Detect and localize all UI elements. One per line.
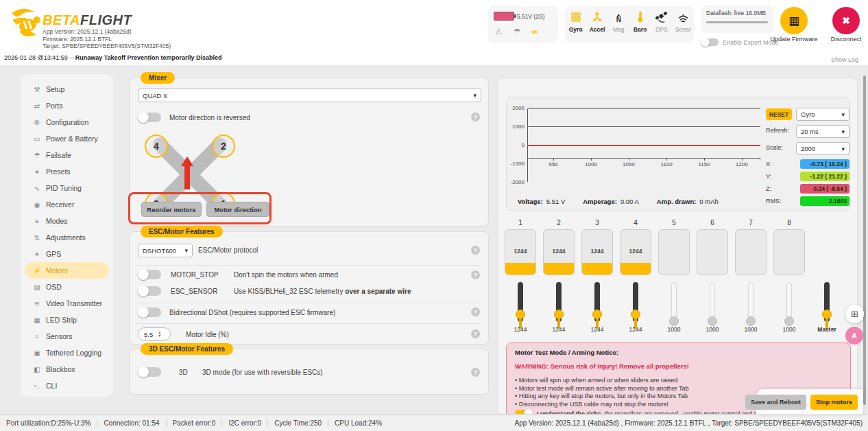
reset-button[interactable]: RESET <box>766 108 792 120</box>
betaflight-logo-icon <box>8 4 43 43</box>
motor-slider-7[interactable]: 1000 <box>735 282 767 325</box>
sensor-gyro: Gyro <box>566 10 586 33</box>
sidebar-item-ports[interactable]: ⇄Ports <box>25 97 109 114</box>
esc-protocol-label: ESC/Motor protocol <box>198 246 258 254</box>
vertical-scrollbar[interactable] <box>863 75 866 405</box>
sidebar-item-tethered-logging[interactable]: ▣Tethered Logging <box>25 345 109 361</box>
sidebar-item-osd[interactable]: ▤OSD <box>25 279 109 295</box>
esc-3d-section-title: 3D ESC/Motor Features <box>141 343 233 355</box>
i2c-error: I2C error:0 <box>222 419 268 427</box>
motor-slider-8[interactable]: 1000 <box>773 282 805 325</box>
gyro-plot: 950 1000 1050 1100 1150 1200 <box>527 108 760 182</box>
sidebar-item-failsafe[interactable]: ☂Failsafe <box>25 147 109 163</box>
motor-direction-button[interactable]: Motor direction <box>206 202 269 217</box>
bidirectional-dshot-toggle[interactable] <box>138 307 161 317</box>
motor-position-2: 2 <box>212 135 235 158</box>
motor-slider-3[interactable]: 1244 <box>581 282 613 325</box>
motor-number: 1 <box>505 219 536 226</box>
target-name: Target: SPBE/SPEEDYBEEF405V5(STM32F405) <box>43 43 171 50</box>
y-tick: -1000 <box>508 161 525 167</box>
motor-slider-4[interactable]: 1244 <box>620 282 651 325</box>
sensor-status-box: Gyro Accel ▲N Mag <box>565 6 694 43</box>
translate-button[interactable]: A <box>845 327 863 345</box>
help-icon[interactable]: ? <box>471 307 480 316</box>
disconnect-button[interactable]: ✖ <box>832 7 860 34</box>
3d-mode-toggle[interactable] <box>138 367 161 377</box>
amperage-value: 0.00 A <box>620 198 639 205</box>
tune-icon: ∿ <box>32 185 43 192</box>
extension-grid-button[interactable]: ⊞ <box>845 305 864 323</box>
app-title: BETAFLIGHT <box>43 12 171 28</box>
spinner-icon[interactable]: ▴▾ <box>158 331 160 338</box>
app-version: App Version: 2025.12.1 (4aba25d) <box>43 28 171 36</box>
motor-stop-toggle[interactable] <box>138 270 161 279</box>
mixer-select[interactable]: QUAD X ▾ <box>138 89 481 102</box>
esc-protocol-select[interactable]: DSHOT600 ▾ <box>138 244 193 257</box>
motor-idle-input[interactable]: 5.5 ▴▾ <box>138 327 171 341</box>
esc-motor-features-panel: ESC/Motor Features DSHOT600 ▾ ESC/Motor … <box>129 231 489 345</box>
bidirectional-dshot-label: Bidirectional DShot (requires supported … <box>169 309 335 316</box>
help-icon[interactable]: ? <box>471 368 480 377</box>
motor-slider-2[interactable]: 1244 <box>543 282 575 325</box>
notice-bullet: • Motors will spin up when armed or when… <box>515 377 842 385</box>
master-slider[interactable]: Master <box>811 282 843 325</box>
packet-error: Packet error:0 <box>167 419 223 427</box>
motor-direction-reversed-toggle[interactable] <box>138 113 161 122</box>
gridline-2000 <box>527 108 760 109</box>
save-and-reboot-button[interactable]: Save and Reboot <box>745 395 806 410</box>
motor-slider-5[interactable]: 1000 <box>658 282 690 325</box>
sidebar-item-setup[interactable]: ⚒Setup <box>25 81 109 97</box>
help-icon[interactable]: ? <box>471 246 480 255</box>
main-content: ⚒Setup ⇄Ports ⚙Configuration ▭Power & Ba… <box>0 65 868 415</box>
sidebar-item-led-strip[interactable]: ▦LED Strip <box>25 312 109 328</box>
sidebar-item-adjustments[interactable]: ⇅Adjustments <box>25 229 109 246</box>
sonar-icon <box>673 10 692 25</box>
motor-test-panel: 2000 1000 0 -1000 -2000 <box>497 78 858 415</box>
help-icon[interactable]: ? <box>471 329 480 338</box>
sidebar-item-configuration[interactable]: ⚙Configuration <box>25 114 109 130</box>
sidebar-item-blackbox[interactable]: ◧Blackbox <box>25 361 109 377</box>
gyro-graph-box: 2000 1000 0 -1000 -2000 <box>506 97 850 211</box>
scale-select[interactable]: 2000▾ <box>796 142 849 155</box>
help-icon[interactable]: ? <box>471 113 480 121</box>
motor-slider-6[interactable]: 1000 <box>697 282 728 325</box>
sensor-sonar: Sonar <box>673 10 692 33</box>
esc-sensor-toggle[interactable] <box>138 286 161 296</box>
motor-bar-2: 1244 <box>543 229 575 275</box>
sidebar-item-sensors[interactable]: ≈Sensors <box>25 328 109 345</box>
help-icon[interactable]: ? <box>471 270 480 279</box>
understand-risks-toggle[interactable] <box>515 410 533 415</box>
show-log-link[interactable]: Show Log <box>831 56 858 63</box>
sidebar-item-pid-tuning[interactable]: ∿PID Tuning <box>25 180 109 196</box>
dataflash-usage-bar <box>706 21 768 23</box>
sidebar-item-video-transmitter[interactable]: ≋Video Transmitter <box>25 295 109 312</box>
motor-number: 7 <box>735 219 767 226</box>
graph-source-select[interactable]: Gyro▾ <box>796 108 849 121</box>
sidebar-item-presets[interactable]: ✶Presets <box>25 163 109 180</box>
wand-icon: ✶ <box>32 168 43 176</box>
sidebar-item-motors[interactable]: ⚡Motors <box>25 262 109 279</box>
z-axis-label: Z: <box>766 185 771 192</box>
chevron-down-icon: ▾ <box>184 247 188 254</box>
parachute-icon: ☂ <box>32 152 43 159</box>
motor-bar-7 <box>735 229 767 275</box>
gyro-trace-line <box>527 145 760 146</box>
sidebar-item-receiver[interactable]: ◉Receiver <box>25 196 109 213</box>
y-tick: 2000 <box>508 105 525 111</box>
stop-motors-button[interactable]: Stop motors <box>810 395 858 410</box>
betaflight-configurator: BETAFLIGHT App Version: 2025.12.1 (4aba2… <box>0 0 868 431</box>
update-firmware-button[interactable]: ▦ <box>780 7 808 34</box>
reorder-motors-button[interactable]: Reorder motors <box>141 202 202 217</box>
sidebar-item-power-battery[interactable]: ▭Power & Battery <box>25 130 109 147</box>
grid-add-icon: ⊞ <box>851 309 858 319</box>
motor-slider-1[interactable]: 1244 <box>505 282 536 325</box>
sidebar-item-cli[interactable]: >_CLI <box>25 377 109 394</box>
expert-mode-toggle[interactable] <box>701 38 719 46</box>
disconnect-label: Disconnect <box>815 36 868 43</box>
motor-number: 2 <box>543 219 575 226</box>
sidebar-item-gps[interactable]: ✴GPS <box>25 246 109 262</box>
motor-stop-name: MOTOR_STOP <box>171 271 234 279</box>
refresh-select[interactable]: 20 ms▾ <box>796 125 849 138</box>
mixer-panel: Mixer QUAD X ▾ Motor direction is revers… <box>129 78 489 226</box>
sidebar-item-modes[interactable]: ≡Modes <box>25 213 109 229</box>
